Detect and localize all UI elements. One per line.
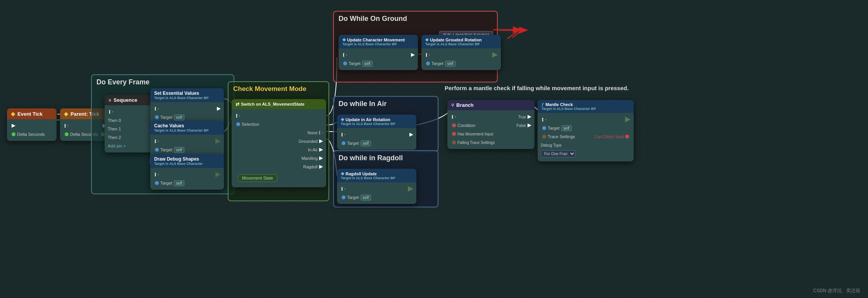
se-target-row: Target self: [150, 113, 224, 122]
cache-values-header: Cache Values Target is ALS Base Characte…: [150, 121, 224, 135]
draw-debug-node: Draw Debug Shapes Target is ALS Base Cha…: [150, 154, 224, 190]
event-tick-node: ◆ Event Tick Delta Seconds: [7, 108, 57, 141]
mc-foronframe-row: For One Frame: [538, 149, 634, 159]
se-target-label: Target: [160, 115, 172, 120]
uar-exec-row: [337, 130, 416, 139]
ucm-exec-out[interactable]: [411, 53, 415, 57]
dd-target-pin[interactable]: [155, 181, 159, 185]
uar-target-pin[interactable]: [342, 141, 345, 145]
parent-delta-in[interactable]: [65, 132, 69, 136]
branch-header: ⑂ Branch: [447, 100, 535, 110]
do-while-ragdoll-title: Do while in Ragdoll: [334, 151, 438, 164]
mc-debug-row: Debug Type: [538, 141, 634, 149]
ucm-exec-row: [339, 51, 418, 59]
mc-body: Target self Trace Settings Can Climb/ Va…: [538, 113, 634, 161]
ru-body: Target self: [337, 182, 416, 204]
update-air-rot-node: ◆ Update in Air Rotation Target is ALS B…: [337, 115, 416, 150]
dd-self-badge: self: [174, 180, 185, 186]
branch-condition-pin[interactable]: [452, 123, 456, 127]
ru-label: Ragdoll Update: [345, 171, 377, 176]
ucm-label: Update Character Movement: [347, 38, 405, 42]
falling-trace-row: Falling Trace Settings: [447, 138, 535, 147]
for-one-frame-select[interactable]: For One Frame: [541, 150, 576, 158]
switch-exec-in[interactable]: [236, 114, 240, 118]
ugr-exec-out[interactable]: [492, 52, 498, 58]
ru-exec-out[interactable]: [408, 186, 413, 192]
ru-exec-in[interactable]: [342, 187, 345, 191]
cache-values-sublabel: Target is ALS Base Character BP: [154, 128, 220, 132]
has-movement-row: Has Movement Input: [447, 130, 535, 138]
seq-exec-in[interactable]: [109, 110, 113, 114]
ru-diamond: ◆: [341, 171, 344, 176]
mc-trace-pin[interactable]: [542, 135, 546, 139]
ru-header: ◆ Ragdoll Update Target is ALS Base Char…: [337, 169, 416, 182]
mc-label: Mantle Check: [545, 102, 573, 107]
mc-canclimb-pin[interactable]: [625, 135, 629, 139]
seq-icon: ≡: [108, 98, 111, 103]
check-movement-title: Check Movement Mode: [229, 82, 328, 94]
branch-icon: ⑂: [451, 103, 454, 108]
branch-condition-label: Condition: [457, 123, 475, 128]
dd-exec-in[interactable]: [155, 173, 159, 176]
mc-target-label: Target: [548, 126, 560, 130]
mc-target-pin[interactable]: [542, 126, 546, 130]
exec-out-pin[interactable]: [12, 124, 15, 128]
set-essential-header: Set Essential Values Target is ALS Base …: [150, 88, 224, 102]
event-tick-body: Delta Seconds: [7, 119, 57, 141]
inair-pin[interactable]: [319, 148, 323, 152]
draw-debug-body: Target self: [150, 168, 224, 190]
selection-pin[interactable]: [236, 122, 240, 126]
cv-target-pin[interactable]: [155, 148, 159, 152]
mantling-pin[interactable]: [319, 156, 323, 160]
branch-condition-row: Condition False: [447, 121, 535, 130]
delta-seconds-row: Delta Seconds: [7, 130, 57, 139]
uar-target-label: Target: [347, 141, 359, 146]
falling-trace-pin[interactable]: [452, 140, 456, 144]
branch-false-pin[interactable]: [528, 123, 531, 127]
cv-exec-out[interactable]: [215, 139, 221, 144]
ucm-self-badge: self: [362, 61, 373, 67]
ucm-sublabel: Target is ALS Base Character BP: [342, 42, 414, 46]
falling-trace-label: Falling Trace Settings: [457, 140, 495, 145]
ugr-exec-in[interactable]: [426, 53, 430, 57]
ru-target-pin[interactable]: [342, 195, 345, 199]
ugr-target-pin[interactable]: [426, 62, 430, 65]
cv-exec-in[interactable]: [155, 139, 159, 143]
uar-target-row: Target self: [337, 139, 416, 147]
uar-exec-in[interactable]: [342, 133, 345, 137]
se-exec-out[interactable]: [217, 107, 221, 111]
branch-exec-in[interactable]: [452, 115, 456, 119]
branch-true-space: True: [518, 115, 526, 119]
do-while-ground-title: Do While On Ground: [334, 12, 497, 24]
se-target-pin[interactable]: [155, 115, 159, 119]
grounded-pin[interactable]: [319, 139, 323, 143]
ucm-exec-in[interactable]: [343, 53, 347, 57]
dd-exec-out[interactable]: [215, 172, 221, 177]
inair-label: In Air: [308, 147, 318, 152]
then2-label: Then 2: [108, 135, 121, 140]
parent-exec-in[interactable]: [65, 124, 69, 128]
delta-pin[interactable]: [12, 132, 15, 136]
mc-debug-label: Debug Type: [541, 143, 562, 147]
branch-true-pin[interactable]: [528, 115, 531, 119]
event-tick-label: Event Tick: [17, 111, 43, 117]
ragdoll-row: Ragdoll: [232, 163, 326, 171]
movement-state-badge[interactable]: Movement State: [238, 174, 277, 182]
ucm-title: ◆ Update Character Movement: [342, 37, 414, 42]
event-tick-exec-row: [7, 122, 57, 130]
ugr-diamond: ◆: [425, 37, 428, 42]
uar-exec-out[interactable]: [409, 133, 413, 137]
switch-icon: ⇄: [235, 101, 239, 107]
none-pin[interactable]: [319, 131, 323, 135]
ucm-target-row: Target self: [339, 59, 418, 68]
ragdoll-pin[interactable]: [319, 165, 323, 169]
ucm-target-pin[interactable]: [343, 62, 347, 65]
se-exec-in[interactable]: [155, 107, 159, 111]
mantle-check-node: ƒ Mantle Check Target is ALS Base Charac…: [538, 100, 634, 161]
mc-exec-in[interactable]: [542, 118, 546, 122]
cv-target-label: Target: [160, 147, 172, 152]
ugr-sublabel: Target is ALS Base Character BP: [425, 42, 497, 46]
has-movement-pin[interactable]: [452, 132, 456, 136]
branch-body: True Condition False Has Movement Input …: [447, 110, 535, 149]
mc-exec-out[interactable]: [625, 117, 631, 122]
